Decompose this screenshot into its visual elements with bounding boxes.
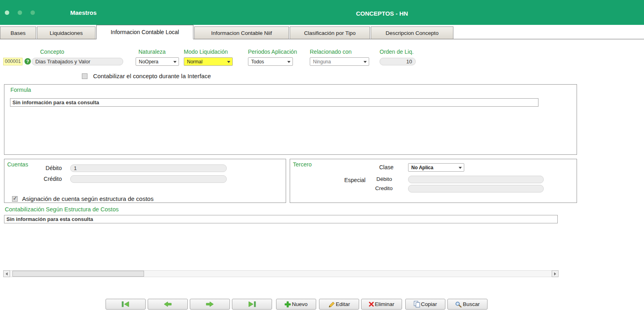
window-control-dot[interactable]: [30, 10, 35, 15]
scroll-right-icon: [554, 272, 556, 276]
tab-informacion-contable-niif[interactable]: Informacion Contable Niif: [194, 26, 289, 39]
clase-label: Clase: [379, 164, 394, 170]
periodos-aplicacion-select-value: Todos: [251, 59, 264, 65]
tercero-debito-input[interactable]: [408, 176, 544, 183]
tercero-title: Tercero: [293, 161, 312, 168]
nuevo-button-label: Nuevo: [292, 301, 307, 307]
clase-select[interactable]: No Aplica: [408, 163, 464, 172]
naturaleza-select-value: NoOpera: [139, 59, 158, 65]
relacionado-con-label: Relacionado con: [310, 49, 351, 55]
modo-liquidacion-select[interactable]: Normal: [184, 57, 233, 66]
scroll-left-button[interactable]: [3, 270, 10, 277]
last-record-icon: [247, 301, 257, 307]
window-controls: [5, 10, 35, 15]
relacionado-con-select[interactable]: Ninguna: [310, 57, 369, 66]
periodos-aplicacion-select[interactable]: Todos: [248, 57, 293, 66]
orden-liq-input[interactable]: [380, 58, 416, 65]
app-title: Maestros: [70, 9, 97, 16]
contabilizacion-empty-row: Sin información para esta consulta: [4, 215, 558, 223]
edit-pencil-icon: [328, 301, 335, 308]
tab-bar: Bases Liquidaciones Informacion Contable…: [0, 25, 644, 39]
asignacion-checkbox[interactable]: [12, 196, 18, 202]
tercero-credito-input[interactable]: [408, 185, 544, 192]
app-window: Maestros CONCEPTOS - HN Bases Liquidacio…: [0, 0, 644, 312]
tab-clasificacion-por-tipo[interactable]: Clasificación por Tipo: [290, 26, 370, 39]
cuentas-title: Cuentas: [7, 161, 28, 168]
copiar-button-label: Copiar: [421, 301, 437, 307]
next-record-button[interactable]: [190, 299, 230, 310]
tab-descripcion-concepto[interactable]: Descripcion Concepto: [371, 26, 453, 39]
chevron-down-icon: [287, 61, 291, 63]
asignacion-label: Asignación de cuenta según estructura de…: [22, 195, 154, 202]
title-bar: Maestros CONCEPTOS - HN: [0, 0, 644, 25]
contabilizacion-title: Contabilización Según Estructura de Cost…: [5, 206, 119, 213]
contabilizar-checkbox[interactable]: [82, 73, 87, 79]
help-icon[interactable]: [24, 58, 31, 65]
scroll-left-icon: [6, 272, 8, 276]
buscar-button[interactable]: Buscar: [447, 299, 488, 310]
chevron-down-icon: [227, 61, 230, 63]
periodos-aplicacion-label: Periodos Aplicación: [248, 49, 297, 55]
window-control-dot[interactable]: [18, 10, 22, 15]
previous-record-button[interactable]: [148, 299, 188, 310]
tab-informacion-contable-local[interactable]: Informacion Contable Local: [96, 25, 193, 39]
contabilizar-label: Contabilizar el concepto durante la Inte…: [93, 73, 211, 79]
especial-label: Especial: [344, 177, 366, 183]
cuentas-credito-label: Crédito: [41, 176, 62, 182]
cuentas-credito-input[interactable]: [70, 175, 227, 183]
add-icon: [284, 301, 291, 308]
chevron-down-icon: [364, 61, 367, 63]
naturaleza-label: Naturaleza: [138, 49, 166, 55]
concepto-label: Concepto: [40, 49, 64, 55]
last-record-button[interactable]: [232, 299, 272, 310]
copiar-button[interactable]: Copiar: [405, 299, 445, 310]
concepto-code-field[interactable]: 000001: [3, 58, 22, 65]
tercero-credito-label: Credito: [375, 185, 393, 191]
tab-bases[interactable]: Bases: [0, 26, 36, 39]
formula-groupbox: [4, 84, 577, 155]
clase-select-value: No Aplica: [411, 165, 433, 170]
first-record-button[interactable]: [106, 299, 146, 310]
delete-x-icon: [369, 302, 374, 307]
previous-record-icon: [163, 301, 172, 307]
orden-liq-label: Orden de Liq.: [380, 49, 414, 55]
modo-liquidacion-label: Modo Liquidación: [184, 49, 228, 55]
modo-liquidacion-select-value: Normal: [187, 59, 203, 65]
editar-button[interactable]: Editar: [319, 299, 359, 310]
eliminar-button[interactable]: Eliminar: [361, 299, 402, 310]
horizontal-scrollbar[interactable]: [3, 270, 559, 277]
eliminar-button-label: Eliminar: [375, 301, 394, 307]
relacionado-con-select-value: Ninguna: [313, 59, 331, 65]
chevron-down-icon: [459, 167, 462, 169]
window-control-dot[interactable]: [5, 10, 9, 15]
formula-title: Formula: [10, 87, 31, 93]
window-title: CONCEPTOS - HN: [356, 10, 408, 17]
nuevo-button[interactable]: Nuevo: [276, 299, 316, 310]
scroll-right-button[interactable]: [552, 270, 559, 277]
scrollbar-thumb[interactable]: [12, 271, 144, 277]
copy-icon: [414, 301, 420, 308]
naturaleza-select[interactable]: NoOpera: [136, 57, 179, 66]
chevron-down-icon: [173, 61, 177, 63]
formula-empty-row: Sin información para esta consulta: [10, 98, 538, 107]
next-record-icon: [205, 301, 214, 307]
editar-button-label: Editar: [336, 301, 350, 307]
search-magnifier-icon: [455, 301, 462, 308]
tab-liquidaciones[interactable]: Liquidaciones: [37, 26, 95, 39]
buscar-button-label: Buscar: [463, 301, 479, 307]
cuentas-debito-label: Débito: [43, 165, 62, 171]
first-record-icon: [121, 301, 130, 307]
tercero-debito-label: Débito: [376, 176, 392, 182]
cuentas-debito-input[interactable]: [70, 164, 227, 172]
concepto-name-input[interactable]: [32, 58, 123, 65]
